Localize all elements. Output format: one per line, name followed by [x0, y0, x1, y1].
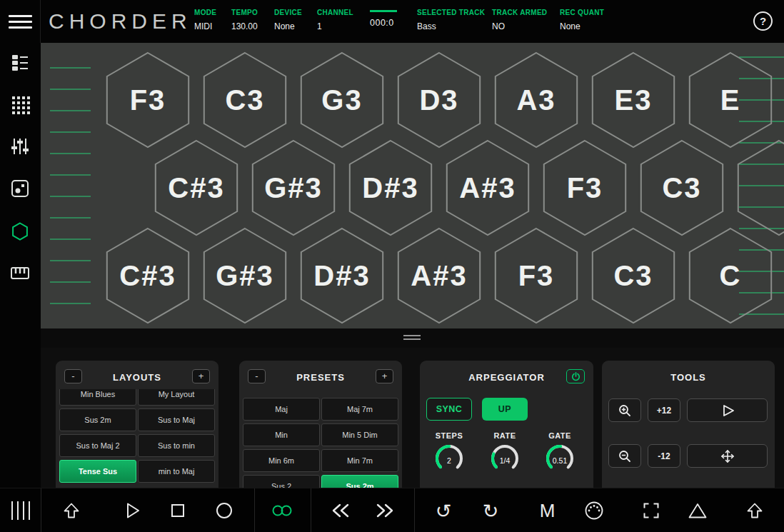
knob-dial[interactable]: 0.51: [543, 442, 576, 475]
app-logo: CHORDER: [49, 9, 192, 34]
fast-forward-button[interactable]: [374, 501, 398, 520]
transport-position: 000:0: [370, 10, 397, 28]
channel-value[interactable]: 1: [317, 21, 353, 31]
tools-panel: TOOLS +12 -12: [602, 361, 775, 488]
arp-sync-button[interactable]: SYNC: [426, 398, 472, 421]
tempo-value[interactable]: 130.00: [231, 21, 258, 31]
play-button[interactable]: [123, 501, 141, 521]
list-item-min-to-maj[interactable]: min to Maj: [138, 460, 215, 483]
list-row: Sus 2Sus 2m: [243, 475, 398, 488]
selected-track-value[interactable]: Bass: [417, 21, 485, 31]
transpose-up-button[interactable]: +12: [648, 398, 680, 422]
list-item-min-5-dim[interactable]: Min 5 Dim: [321, 423, 398, 446]
list-item-sus-to-min[interactable]: Sus to min: [138, 434, 215, 457]
device-value[interactable]: None: [274, 21, 302, 31]
mode-label: MODE: [194, 9, 216, 16]
rate-knob[interactable]: RATE 1/4: [483, 431, 526, 475]
presets-list: MajMaj 7mMinMin 5 DimMin 6mMin 7mSus 2Su…: [243, 398, 398, 488]
layouts-add-button[interactable]: +: [192, 369, 210, 383]
preview-play-button[interactable]: [687, 398, 768, 422]
nav-chorder-active[interactable]: [9, 220, 31, 241]
list-item-maj-7m[interactable]: Maj 7m: [321, 398, 398, 421]
list-item-min-6m[interactable]: Min 6m: [243, 449, 320, 472]
chord-pad-label: F3: [518, 260, 555, 291]
list-item-maj[interactable]: Maj: [243, 398, 320, 421]
arp-direction-button[interactable]: UP: [482, 398, 528, 421]
rewind-button[interactable]: [327, 501, 351, 520]
mode-value[interactable]: MIDI: [194, 21, 216, 31]
chord-pad-label: C3: [225, 84, 264, 116]
list-item-sus-2[interactable]: Sus 2: [243, 475, 320, 488]
triangle-button[interactable]: [688, 501, 708, 520]
list-item-sus-2m[interactable]: Sus 2m: [59, 408, 136, 431]
move-button[interactable]: [687, 444, 768, 468]
list-item-min[interactable]: Min: [243, 423, 320, 446]
transpose-down-button[interactable]: -12: [648, 444, 680, 468]
arrow-up-button[interactable]: [745, 501, 764, 520]
panel-divider[interactable]: [41, 328, 784, 348]
channel-label: CHANNEL: [317, 9, 353, 16]
drag-grip-icon[interactable]: [403, 335, 421, 342]
nav-song-sections[interactable]: [9, 52, 31, 74]
track-armed-value[interactable]: NO: [492, 21, 547, 31]
steps-knob[interactable]: STEPS 2: [428, 431, 471, 475]
chord-pad-label: C3: [613, 260, 653, 291]
triangle-icon: [688, 501, 708, 520]
menu-button[interactable]: [0, 0, 41, 43]
chord-pad-label: F3: [567, 172, 603, 204]
chord-pad-partial[interactable]: [738, 141, 784, 235]
move-icon: [720, 448, 735, 464]
nav-keyboard[interactable]: [9, 262, 31, 283]
chord-pad-label: D#3: [362, 172, 418, 204]
list-item-sus-2m[interactable]: Sus 2m: [321, 475, 398, 488]
zoom-out-button[interactable]: [608, 444, 641, 468]
undo-button[interactable]: ↺: [436, 500, 452, 522]
help-button[interactable]: ?: [753, 11, 773, 31]
knob-dial[interactable]: 2: [433, 442, 466, 475]
mixer-icon: [9, 136, 31, 157]
nav-mixer[interactable]: [9, 136, 31, 157]
toolbar-separator: [254, 488, 255, 532]
list-item-sus-to-maj-2[interactable]: Sus to Maj 2: [59, 434, 136, 457]
zoom-in-button[interactable]: [608, 398, 641, 422]
chord-pad-label: E: [720, 84, 741, 116]
fullscreen-icon: [642, 501, 660, 520]
fullscreen-button[interactable]: [642, 501, 660, 520]
tempo-label: TEMPO: [231, 9, 258, 16]
rate-label: RATE: [483, 431, 526, 440]
list-item-min-blues[interactable]: Min Blues: [59, 389, 136, 406]
arrow-up-button[interactable]: [62, 501, 81, 520]
metronome-button[interactable]: M: [540, 500, 556, 522]
steps-label: STEPS: [428, 431, 471, 440]
presets-add-button[interactable]: +: [376, 369, 393, 383]
zoom-in-icon: [618, 403, 632, 418]
channel-field: CHANNEL 1: [317, 9, 353, 31]
stop-button[interactable]: [169, 501, 188, 521]
fast-forward-icon: [374, 501, 398, 520]
rate-value: 1/4: [500, 456, 511, 465]
list-item-my-layout[interactable]: My Layout: [138, 389, 215, 406]
nav-pad-grid[interactable]: [9, 94, 31, 115]
chord-pad-label: A#3: [459, 172, 516, 204]
overdub-button[interactable]: [271, 501, 293, 520]
list-row: MajMaj 7m: [243, 398, 398, 421]
toolbar-separator: [311, 488, 311, 532]
arp-power-button[interactable]: [566, 369, 585, 383]
list-item-tense-sus[interactable]: Tense Sus: [59, 460, 136, 483]
zoom-out-icon: [618, 449, 632, 463]
knob-dial[interactable]: 1/4: [488, 442, 521, 475]
redo-button[interactable]: ↻: [483, 500, 499, 522]
gate-knob[interactable]: GATE 0.51: [538, 431, 581, 475]
midi-button[interactable]: [584, 501, 604, 521]
rec-quant-value[interactable]: None: [560, 21, 604, 31]
nav-sampler[interactable]: [9, 178, 31, 199]
overdub-icon: [271, 501, 293, 520]
chord-pad-label: C3: [662, 172, 701, 204]
track-armed-label: TRACK ARMED: [492, 9, 547, 16]
list-item-min-7m[interactable]: Min 7m: [321, 449, 398, 472]
stop-icon: [169, 501, 188, 521]
rec-quant-field: REC QUANT None: [560, 9, 604, 31]
toolbar-drag-handle-icon[interactable]: [9, 501, 32, 520]
record-button[interactable]: [215, 501, 233, 520]
list-item-sus-to-maj[interactable]: Sus to Maj: [138, 408, 215, 431]
